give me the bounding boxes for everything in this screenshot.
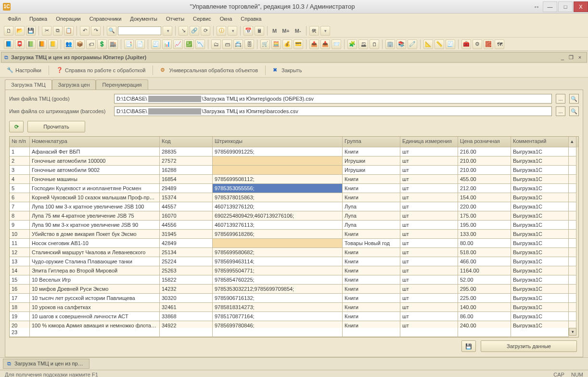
t2-icon-27[interactable]: 📥	[320, 39, 330, 49]
t2-icon-16[interactable]: 💹	[184, 39, 194, 49]
cell[interactable]: 16288	[160, 166, 213, 175]
cell[interactable]: 175.00	[458, 211, 511, 221]
table-row[interactable]: 9Лупа 90 мм 3-х кратное увеличение JSB 9…	[10, 221, 578, 230]
cell[interactable]: 9785699091225;	[213, 147, 343, 156]
t2-icon-35[interactable]: 📐	[423, 39, 433, 49]
col-price[interactable]: Цена розничная	[458, 137, 511, 147]
tab-renumber[interactable]: Перенумерация	[96, 79, 148, 90]
scroll-track[interactable]	[569, 285, 576, 294]
cell[interactable]: 18	[10, 303, 30, 312]
table-row[interactable]: 4Гоночные машины168549785699508112;Книги…	[10, 175, 578, 184]
cell[interactable]: 210.00	[458, 166, 511, 175]
cell[interactable]: Книги	[343, 184, 400, 193]
cell[interactable]: Элита Гитлера во Второй Мировой	[30, 266, 160, 275]
cell[interactable]: Выгрузка1С	[511, 175, 569, 184]
cell[interactable]: Афанасий Фет ВБП	[30, 147, 160, 156]
cell[interactable]: 6902254809429;4607139276106;	[213, 211, 343, 221]
cell[interactable]: 133.00	[458, 230, 511, 239]
cell[interactable]: Выгрузка1С	[511, 257, 569, 266]
cell[interactable]: 1164.00	[458, 266, 511, 275]
table-row[interactable]: 1810 уроков на салфетках3246197858183142…	[10, 303, 578, 312]
cell[interactable]: 15822	[160, 275, 213, 285]
scroll-track[interactable]	[569, 211, 576, 221]
last-row-bar[interactable]	[213, 328, 343, 337]
menu-help[interactable]: Справка	[238, 15, 264, 23]
cell[interactable]: Гоночные автомобили 9002	[30, 166, 160, 175]
cell[interactable]: Книги	[343, 285, 400, 294]
calc-icon[interactable]: 🖩	[255, 26, 264, 36]
menu-file[interactable]: Файл	[5, 15, 24, 23]
cell[interactable]: 466.00	[458, 257, 511, 266]
menu-documents[interactable]: Документы	[127, 15, 160, 23]
cell[interactable]: 1	[10, 147, 30, 156]
undo-icon[interactable]: ↶	[80, 26, 89, 36]
t2-icon-1[interactable]: 📘	[4, 39, 13, 49]
file2-find[interactable]: 🔍	[569, 106, 579, 116]
cell[interactable]: 27572	[160, 156, 213, 166]
t2-icon-17[interactable]: 📉	[195, 39, 205, 49]
t2-icon-21[interactable]: 🗄	[244, 39, 254, 49]
read-button[interactable]: Прочитать	[27, 121, 85, 132]
cell[interactable]: Гоночные машины	[30, 175, 160, 184]
cell[interactable]: 44557	[160, 202, 213, 211]
t2-icon-39[interactable]: ⚙	[473, 39, 482, 49]
cell[interactable]: 9785854760225;	[213, 275, 343, 285]
t2-icon-37[interactable]: 🧾	[446, 39, 455, 49]
menu-service[interactable]: Сервис	[190, 15, 214, 23]
t2-icon-5[interactable]: 📒	[48, 39, 58, 49]
open-icon[interactable]: 📂	[15, 26, 25, 36]
cell[interactable]: 9785699580682;	[213, 248, 343, 257]
scroll-track[interactable]	[569, 147, 576, 156]
table-row[interactable]: 3Гоночные автомобили 900216288Игрушкишт2…	[10, 166, 578, 175]
cell[interactable]: Выгрузка1С	[511, 202, 569, 211]
maximize-button[interactable]: □	[558, 1, 573, 12]
scroll-track[interactable]	[569, 257, 576, 266]
t2-icon-6[interactable]: 👥	[64, 39, 74, 49]
cell[interactable]: Выгрузка1С	[511, 230, 569, 239]
doc-restore[interactable]: ❐	[567, 54, 575, 61]
cell[interactable]: шт	[400, 285, 458, 294]
cell[interactable]: Гоночные автомобили 100000	[30, 156, 160, 166]
cell[interactable]: 9785906716132;	[213, 294, 343, 303]
scroll-track[interactable]	[569, 156, 576, 166]
cell[interactable]: 7	[10, 202, 30, 211]
goto-icon[interactable]: ↘	[179, 26, 188, 36]
cell[interactable]: 25224	[160, 257, 213, 266]
col-barcode[interactable]: Штрихкоды	[213, 137, 343, 147]
cell[interactable]: Выгрузка1С	[511, 239, 569, 248]
cell[interactable]: 4607139276120;	[213, 202, 343, 211]
minimize-button[interactable]: —	[543, 1, 557, 12]
cell[interactable]: 34922	[160, 321, 213, 328]
cell[interactable]: Игрушки	[343, 156, 400, 166]
calendar-icon[interactable]: 📅	[243, 26, 253, 36]
cell[interactable]: 9785995504771;	[213, 266, 343, 275]
save-icon[interactable]: 💾	[26, 26, 36, 36]
info-icon[interactable]: ⓘ	[217, 26, 226, 36]
cell[interactable]: Книги	[343, 275, 400, 285]
menu-reports[interactable]: Отчеты	[163, 15, 187, 23]
cell[interactable]: 31945	[160, 230, 213, 239]
scroll-track[interactable]	[569, 303, 576, 312]
cell[interactable]: Выгрузка1С	[511, 184, 569, 193]
menu-operations[interactable]: Операции	[53, 15, 83, 23]
scroll-track[interactable]	[569, 294, 576, 303]
cell[interactable]: Лупа	[343, 221, 400, 230]
cell[interactable]: Выгрузка1С	[511, 193, 569, 202]
cell[interactable]: 9785699463114;	[213, 257, 343, 266]
scroll-track[interactable]	[569, 266, 576, 275]
cell[interactable]: 9785378015863;	[213, 193, 343, 202]
t2-icon-36[interactable]: 📏	[435, 39, 444, 49]
table-row[interactable]: 8Лупа 75 мм 4-кратное увеличение JSB 751…	[10, 211, 578, 221]
cell[interactable]: 8	[10, 211, 30, 221]
cell[interactable]: 9	[10, 221, 30, 230]
scroll-track[interactable]	[569, 275, 576, 285]
refresh-button[interactable]: ⟳	[9, 121, 24, 132]
last-visible-row-n[interactable]: 23	[10, 328, 30, 337]
cell[interactable]: шт	[400, 175, 458, 184]
cell[interactable]: Носок снеговик АВ1-10	[30, 239, 160, 248]
cell[interactable]: 15	[10, 275, 30, 285]
tab-load-prices[interactable]: Загрузка цен	[52, 79, 96, 90]
cell[interactable]: 9785170877164;	[213, 312, 343, 321]
cell[interactable]: 17	[10, 294, 30, 303]
cell[interactable]: Книги	[343, 294, 400, 303]
